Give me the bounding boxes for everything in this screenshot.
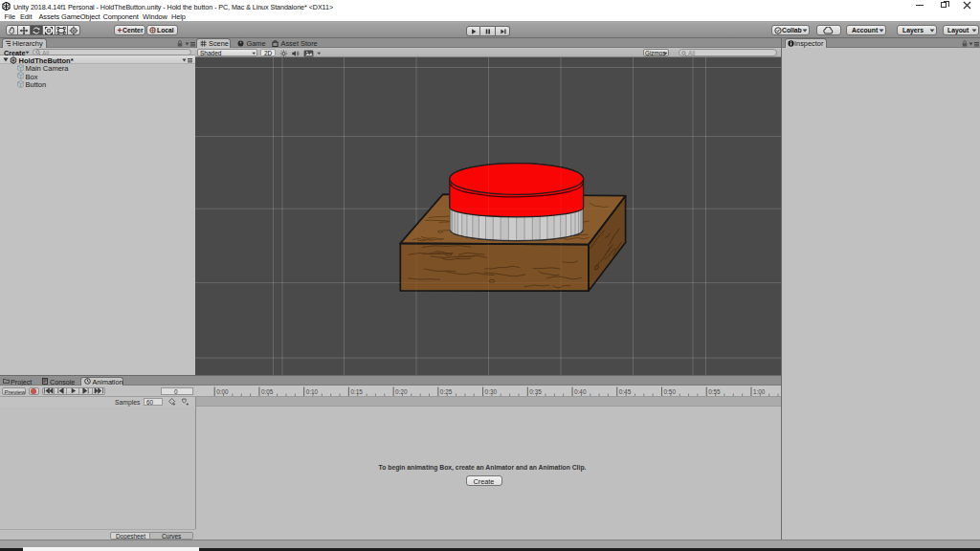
svg-text:0:30: 0:30 (485, 388, 498, 395)
svg-text:0:20: 0:20 (395, 388, 408, 395)
svg-text:0:45: 0:45 (619, 388, 632, 395)
svg-text:1:00: 1:00 (753, 388, 766, 395)
svg-text:0:50: 0:50 (664, 388, 677, 395)
svg-text:0:25: 0:25 (440, 388, 453, 395)
svg-text:0:05: 0:05 (261, 388, 274, 395)
svg-text:0:40: 0:40 (574, 388, 587, 395)
svg-text:0:00: 0:00 (216, 388, 229, 395)
svg-text:0:15: 0:15 (350, 388, 363, 395)
svg-text:0:35: 0:35 (529, 388, 542, 395)
svg-text:0:55: 0:55 (708, 388, 721, 395)
svg-text:0:10: 0:10 (306, 388, 319, 395)
